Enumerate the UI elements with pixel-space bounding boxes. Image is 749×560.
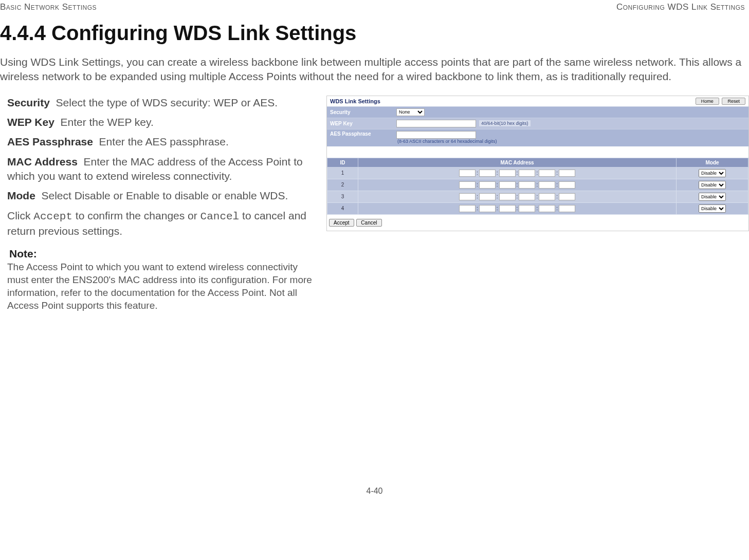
col-id: ID [327, 158, 358, 167]
header-right: Configuring WDS Link Settings [616, 2, 745, 12]
mac-octet[interactable] [519, 193, 535, 200]
note-label: Note: [9, 248, 316, 260]
mac-address-table: ID MAC Address Mode 1 ::::: Disable 2 ::… [327, 158, 748, 215]
mac-octet[interactable] [459, 170, 476, 177]
mode-select[interactable]: Disable [699, 169, 726, 177]
wep-hint: 40/64-bit(10 hex digits) [479, 120, 531, 126]
home-button[interactable]: Home [696, 98, 719, 105]
mac-input-group: ::::: [360, 170, 674, 177]
mac-octet[interactable] [559, 193, 575, 200]
mac-input-group: ::::: [360, 205, 674, 212]
mac-octet[interactable] [479, 193, 496, 200]
mac-octet[interactable] [539, 170, 555, 177]
col-mode: Mode [677, 158, 748, 167]
aes-row-label: AES Passphrase [327, 131, 396, 137]
cancel-button[interactable]: Cancel [356, 219, 381, 227]
table-row: 4 ::::: Disable [327, 202, 748, 214]
mac-octet[interactable] [559, 170, 575, 177]
mac-input-group: ::::: [360, 193, 674, 200]
field-mode: Mode Select Disable or Enable to disable… [7, 189, 316, 203]
security-row-label: Security [327, 109, 396, 115]
field-security: Security Select the type of WDS security… [7, 96, 316, 110]
aes-passphrase-input[interactable] [396, 131, 476, 139]
table-row: 3 ::::: Disable [327, 191, 748, 202]
field-descriptions: Security Select the type of WDS security… [0, 96, 316, 312]
field-mac: MAC Address Enter the MAC address of the… [7, 155, 316, 184]
note-body: The Access Point to which you want to ex… [7, 261, 316, 312]
mac-octet[interactable] [559, 181, 575, 189]
reset-button[interactable]: Reset [722, 98, 745, 105]
mac-octet[interactable] [499, 205, 516, 212]
panel-title: WDS Link Settings [330, 98, 380, 104]
security-select[interactable]: None [396, 108, 425, 116]
mac-octet[interactable] [539, 181, 555, 189]
table-row: 2 ::::: Disable [327, 179, 748, 191]
action-paragraph: Click Accept to confirm the changes or C… [7, 209, 316, 239]
intro-paragraph: Using WDS Link Settings, you can create … [0, 55, 749, 84]
mac-octet[interactable] [559, 205, 575, 212]
mac-octet[interactable] [459, 181, 476, 189]
header-left: Basic Network Settings [0, 2, 97, 12]
aes-hint: (8-63 ASCII characters or 64 hexadecimal… [397, 139, 497, 144]
page-header: Basic Network Settings Configuring WDS L… [0, 0, 749, 17]
mac-input-group: ::::: [360, 181, 674, 189]
mac-octet[interactable] [519, 170, 535, 177]
mac-octet[interactable] [459, 193, 476, 200]
mac-octet[interactable] [519, 181, 535, 189]
mac-octet[interactable] [459, 205, 476, 212]
wep-row-label: WEP Key [327, 121, 396, 126]
mode-select[interactable]: Disable [699, 193, 726, 201]
table-row: 1 ::::: Disable [327, 167, 748, 179]
field-aes: AES Passphrase Enter the AES passphrase. [7, 135, 316, 149]
wep-key-input[interactable] [396, 120, 476, 127]
mac-octet[interactable] [499, 181, 516, 189]
mac-octet[interactable] [499, 170, 516, 177]
col-mac: MAC Address [358, 158, 677, 167]
mac-octet[interactable] [499, 193, 516, 200]
page-number: 4-40 [0, 487, 749, 501]
mac-octet[interactable] [479, 170, 496, 177]
mac-octet[interactable] [519, 205, 535, 212]
accept-button[interactable]: Accept [329, 219, 354, 227]
mode-select[interactable]: Disable [699, 181, 726, 189]
mac-octet[interactable] [539, 193, 555, 200]
mac-octet[interactable] [539, 205, 555, 212]
mac-octet[interactable] [479, 181, 496, 189]
field-wep: WEP Key Enter the WEP key. [7, 115, 316, 129]
wds-screenshot-panel: WDS Link Settings Home Reset Security No… [326, 96, 749, 231]
mode-select[interactable]: Disable [699, 204, 726, 213]
mac-octet[interactable] [479, 205, 496, 212]
section-heading: 4.4.4 Configuring WDS Link Settings [0, 22, 749, 45]
